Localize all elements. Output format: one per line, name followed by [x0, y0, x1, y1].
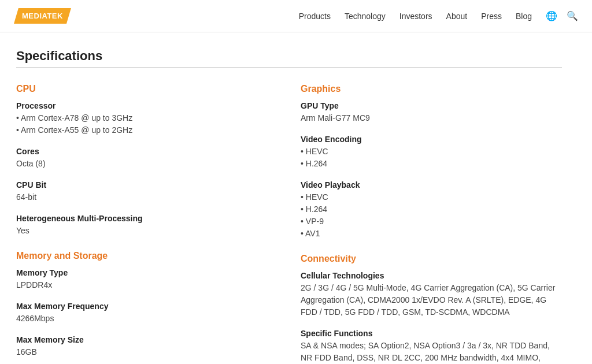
nav-press[interactable]: Press	[481, 12, 502, 21]
page-title: Specifications	[16, 49, 562, 64]
hmp-group: Heterogeneous Multi-Processing Yes	[16, 214, 278, 237]
max-freq-value: 4266Mbps	[16, 313, 278, 325]
video-encoding-group: Video Encoding HEVC H.264	[301, 135, 562, 170]
cpu-bit-group: CPU Bit 64-bit	[16, 180, 278, 203]
header: MEDIATEK Products Technology Investors A…	[0, 0, 592, 32]
processor-values: Arm Cortex-A78 @ up to 3GHz Arm Cortex-A…	[16, 112, 278, 136]
video-playback-value-0: HEVC	[301, 191, 562, 203]
processor-group: Processor Arm Cortex-A78 @ up to 3GHz Ar…	[16, 101, 278, 136]
memory-section-title: Memory and Storage	[16, 251, 278, 261]
globe-icon[interactable]: 🌐	[546, 10, 557, 21]
cpu-bit-label: CPU Bit	[16, 180, 278, 190]
specific-value: SA & NSA modes; SA Option2, NSA Option3 …	[301, 340, 562, 364]
main-content: Specifications CPU Processor Arm Cortex-…	[0, 32, 578, 364]
graphics-section-title: Graphics	[301, 84, 562, 94]
cellular-label: Cellular Technologies	[301, 271, 562, 280]
hmp-label: Heterogeneous Multi-Processing	[16, 214, 278, 223]
video-encoding-value-0: HEVC	[301, 146, 562, 158]
nav-blog[interactable]: Blog	[516, 12, 532, 21]
memory-type-group: Memory Type LPDDR4x	[16, 268, 278, 291]
connectivity-section-title: Connectivity	[301, 254, 562, 264]
video-playback-group: Video Playback HEVC H.264 VP-9 AV1	[301, 180, 562, 240]
processor-value-0: Arm Cortex-A78 @ up to 3GHz	[16, 112, 278, 124]
cores-group: Cores Octa (8)	[16, 147, 278, 170]
processor-label: Processor	[16, 101, 278, 110]
main-nav: Products Technology Investors About Pres…	[299, 10, 578, 21]
video-playback-label: Video Playback	[301, 180, 562, 190]
nav-icons: 🌐 🔍	[546, 10, 578, 21]
specific-functions-group: Specific Functions SA & NSA modes; SA Op…	[301, 329, 562, 364]
video-encoding-values: HEVC H.264	[301, 146, 562, 170]
gpu-type-value: Arm Mali-G77 MC9	[301, 112, 562, 124]
nav-products[interactable]: Products	[299, 12, 331, 21]
nav-about[interactable]: About	[446, 12, 468, 21]
specs-grid: CPU Processor Arm Cortex-A78 @ up to 3GH…	[16, 84, 562, 364]
hmp-value: Yes	[16, 225, 278, 237]
cores-value: Octa (8)	[16, 158, 278, 170]
video-encoding-value-1: H.264	[301, 158, 562, 170]
logo[interactable]: MEDIATEK	[14, 8, 71, 24]
gpu-type-label: GPU Type	[301, 101, 562, 110]
processor-value-1: Arm Cortex-A55 @ up to 2GHz	[16, 124, 278, 136]
max-size-label: Max Memory Size	[16, 335, 278, 344]
memory-type-label: Memory Type	[16, 268, 278, 277]
max-freq-label: Max Memory Frequency	[16, 302, 278, 311]
memory-type-value: LPDDR4x	[16, 279, 278, 291]
video-encoding-label: Video Encoding	[301, 135, 562, 144]
video-playback-values: HEVC H.264 VP-9 AV1	[301, 191, 562, 240]
cellular-group: Cellular Technologies 2G / 3G / 4G / 5G …	[301, 271, 562, 318]
video-playback-value-2: VP-9	[301, 216, 562, 228]
left-column: CPU Processor Arm Cortex-A78 @ up to 3GH…	[16, 84, 278, 364]
max-size-group: Max Memory Size 16GB	[16, 335, 278, 358]
video-playback-value-3: AV1	[301, 228, 562, 240]
specific-label: Specific Functions	[301, 329, 562, 338]
nav-investors[interactable]: Investors	[399, 12, 432, 21]
cellular-value: 2G / 3G / 4G / 5G Multi-Mode, 4G Carrier…	[301, 282, 562, 318]
nav-technology[interactable]: Technology	[345, 12, 386, 21]
max-size-value: 16GB	[16, 346, 278, 358]
search-icon[interactable]: 🔍	[567, 10, 578, 21]
cpu-section-title: CPU	[16, 84, 278, 94]
gpu-type-group: GPU Type Arm Mali-G77 MC9	[301, 101, 562, 124]
right-column: Graphics GPU Type Arm Mali-G77 MC9 Video…	[301, 84, 562, 364]
title-divider	[16, 67, 562, 68]
cores-label: Cores	[16, 147, 278, 156]
video-playback-value-1: H.264	[301, 203, 562, 216]
max-freq-group: Max Memory Frequency 4266Mbps	[16, 302, 278, 325]
cpu-bit-value: 64-bit	[16, 191, 278, 203]
